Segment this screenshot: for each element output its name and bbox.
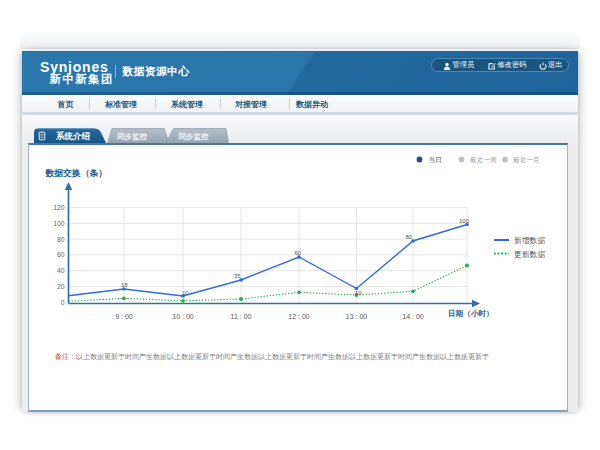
svg-text:9 : 00: 9 : 00 bbox=[115, 313, 133, 320]
svg-text:新中新集团: 新中新集团 bbox=[49, 72, 114, 85]
svg-text:100: 100 bbox=[53, 220, 65, 227]
svg-text:数据资源中心: 数据资源中心 bbox=[121, 65, 189, 77]
svg-text:120: 120 bbox=[53, 204, 65, 211]
svg-text:60: 60 bbox=[295, 250, 302, 256]
svg-text:系统介绍: 系统介绍 bbox=[55, 131, 91, 141]
svg-text:10: 10 bbox=[182, 290, 189, 296]
svg-text:12 : 00: 12 : 00 bbox=[288, 313, 310, 320]
svg-text:0: 0 bbox=[61, 299, 65, 306]
svg-text:当日: 当日 bbox=[429, 156, 442, 164]
svg-text:日期（小时）: 日期（小时） bbox=[448, 309, 494, 318]
svg-text:同步监控: 同步监控 bbox=[117, 132, 147, 141]
svg-text:20: 20 bbox=[57, 283, 65, 290]
svg-text:18: 18 bbox=[121, 282, 128, 288]
svg-text:同步监控: 同步监控 bbox=[179, 132, 209, 141]
svg-text:更新数据: 更新数据 bbox=[514, 250, 545, 259]
svg-text:35: 35 bbox=[234, 273, 241, 279]
svg-text:最近一周: 最近一周 bbox=[469, 156, 497, 163]
svg-text:60: 60 bbox=[57, 251, 65, 258]
svg-text:100: 100 bbox=[459, 218, 470, 224]
svg-text:80: 80 bbox=[57, 236, 65, 243]
svg-text:数据交换（条）: 数据交换（条） bbox=[45, 168, 108, 178]
svg-text:80: 80 bbox=[406, 234, 413, 240]
svg-text:新增数据: 新增数据 bbox=[514, 236, 545, 245]
svg-text:40: 40 bbox=[57, 267, 65, 274]
svg-text:13 : 00: 13 : 00 bbox=[346, 313, 368, 320]
svg-text:10 : 00: 10 : 00 bbox=[172, 313, 194, 320]
svg-text:最近一月: 最近一月 bbox=[512, 156, 540, 164]
svg-text:11 : 00: 11 : 00 bbox=[231, 313, 252, 320]
svg-text:14 : 00: 14 : 00 bbox=[402, 313, 424, 320]
svg-text:10: 10 bbox=[355, 290, 362, 296]
